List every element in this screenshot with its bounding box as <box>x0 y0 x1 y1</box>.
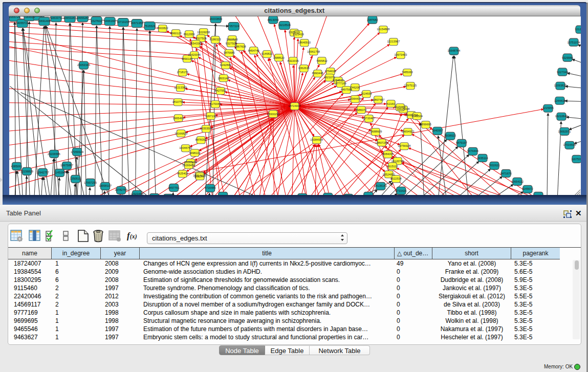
svg-text:19958107: 19958107 <box>99 184 112 187</box>
svg-text:14136141: 14136141 <box>374 184 387 187</box>
svg-text:16543382: 16543382 <box>189 41 202 45</box>
svg-text:1615112: 1615112 <box>387 164 398 167</box>
svg-text:16648784: 16648784 <box>447 49 460 52</box>
svg-text:20053346: 20053346 <box>77 63 90 66</box>
svg-text:1063524: 1063524 <box>33 16 44 17</box>
svg-text:9227343: 9227343 <box>557 70 568 73</box>
svg-text:7986372: 7986372 <box>355 108 366 111</box>
svg-text:9327505: 9327505 <box>195 36 206 39</box>
svg-text:1145194: 1145194 <box>54 170 64 173</box>
svg-text:6794028: 6794028 <box>324 69 336 72</box>
svg-text:15751074: 15751074 <box>567 40 580 43</box>
svg-text:16154808: 16154808 <box>377 27 389 30</box>
svg-text:2935114: 2935114 <box>477 156 488 159</box>
svg-text:62160: 62160 <box>387 102 395 105</box>
svg-text:10653267: 10653267 <box>63 16 76 19</box>
svg-text:9322546: 9322546 <box>226 37 237 40</box>
svg-text:10655287: 10655287 <box>76 16 89 19</box>
svg-text:7625402: 7625402 <box>177 171 188 174</box>
svg-text:19384554: 19384554 <box>310 138 323 141</box>
svg-text:2803144: 2803144 <box>217 76 229 79</box>
svg-text:12156829: 12156829 <box>20 169 33 172</box>
svg-text:19756928: 19756928 <box>398 144 410 147</box>
svg-text:9146821: 9146821 <box>261 52 272 55</box>
svg-text:4385061: 4385061 <box>11 164 22 167</box>
svg-text:9245672: 9245672 <box>522 187 533 190</box>
svg-text:8186323: 8186323 <box>209 37 221 40</box>
svg-text:1063371: 1063371 <box>50 16 61 19</box>
svg-text:12213389: 12213389 <box>174 85 187 89</box>
svg-text:16099451: 16099451 <box>182 163 195 166</box>
svg-text:13524851: 13524851 <box>382 172 395 176</box>
svg-text:8471676: 8471676 <box>500 171 512 174</box>
svg-text:2718170: 2718170 <box>177 70 188 73</box>
svg-text:1640957: 1640957 <box>431 128 443 132</box>
svg-text:1362615: 1362615 <box>298 66 309 69</box>
svg-text:1350515: 1350515 <box>70 177 81 180</box>
svg-text:9777169: 9777169 <box>335 81 346 84</box>
svg-text:8322035: 8322035 <box>287 59 298 62</box>
svg-text:10654112: 10654112 <box>511 180 523 183</box>
svg-text:7955812: 7955812 <box>316 59 327 62</box>
svg-text:12975115: 12975115 <box>404 83 416 86</box>
svg-text:15692971: 15692971 <box>558 129 571 133</box>
svg-text:9115460: 9115460 <box>395 105 405 108</box>
svg-text:17359924: 17359924 <box>71 150 83 153</box>
svg-text:3024554: 3024554 <box>360 92 372 95</box>
svg-text:7663822: 7663822 <box>157 26 168 29</box>
svg-text:10807487: 10807487 <box>372 98 384 101</box>
svg-text:12213967: 12213967 <box>387 39 400 42</box>
svg-text:1244415: 1244415 <box>554 99 565 102</box>
svg-text:15720407: 15720407 <box>362 116 375 119</box>
svg-text:6879197: 6879197 <box>456 141 467 144</box>
svg-text:16782759: 16782759 <box>115 188 127 191</box>
svg-text:12093822: 12093822 <box>554 83 567 86</box>
svg-text:20691406: 20691406 <box>38 19 51 22</box>
svg-text:1167533: 1167533 <box>571 157 581 160</box>
svg-text:17016504: 17016504 <box>563 143 576 146</box>
svg-text:19166825: 19166825 <box>175 132 187 135</box>
svg-text:3267130: 3267130 <box>205 114 216 117</box>
svg-text:13226058: 13226058 <box>197 30 210 33</box>
svg-text:7357224: 7357224 <box>228 24 239 27</box>
svg-text:16210643: 16210643 <box>555 114 568 117</box>
svg-text:8427552: 8427552 <box>214 89 226 92</box>
svg-text:9474444: 9474444 <box>467 149 478 152</box>
svg-text:8454749: 8454749 <box>248 49 259 52</box>
svg-text:1733426: 1733426 <box>395 189 406 192</box>
svg-text:19218506: 19218506 <box>278 23 291 26</box>
svg-text:8990448: 8990448 <box>312 71 323 74</box>
svg-text:5938923: 5938923 <box>444 134 455 137</box>
svg-text:22420046: 22420046 <box>188 53 201 56</box>
svg-text:7632621: 7632621 <box>489 163 500 166</box>
svg-text:13353594: 13353594 <box>200 126 212 129</box>
svg-text:1588520: 1588520 <box>273 56 284 59</box>
svg-text:8170043: 8170043 <box>209 102 221 105</box>
svg-text:20206586: 20206586 <box>48 152 60 155</box>
svg-text:18724007: 18724007 <box>288 104 301 107</box>
svg-text:1965493: 1965493 <box>172 116 184 119</box>
svg-text:6899695: 6899695 <box>420 122 431 125</box>
svg-text:7485063: 7485063 <box>401 70 412 73</box>
svg-text:5716485: 5716485 <box>204 186 215 189</box>
svg-text:20364436: 20364436 <box>349 97 361 100</box>
svg-text:2055724: 2055724 <box>9 16 20 18</box>
svg-text:10719155: 10719155 <box>117 20 129 23</box>
svg-text:9890145: 9890145 <box>181 57 192 60</box>
svg-text:12942757: 12942757 <box>36 170 49 173</box>
svg-text:19975887: 19975887 <box>60 163 73 166</box>
svg-text:9329966: 9329966 <box>562 56 573 59</box>
svg-text:9242845: 9242845 <box>220 63 231 66</box>
svg-text:16961758: 16961758 <box>307 50 320 53</box>
svg-text:1212474: 1212474 <box>575 27 581 30</box>
svg-text:6466160: 6466160 <box>104 19 115 22</box>
svg-text:8960123: 8960123 <box>170 31 181 34</box>
svg-text:7515526: 7515526 <box>144 24 155 27</box>
svg-text:10688609: 10688609 <box>369 129 382 133</box>
svg-text:746206: 746206 <box>350 85 360 89</box>
svg-text:8878352: 8878352 <box>195 138 206 141</box>
svg-text:16033809: 16033809 <box>209 17 222 20</box>
svg-text:16120746: 16120746 <box>391 159 404 162</box>
svg-text:10046756: 10046756 <box>179 146 192 149</box>
svg-text:9084067: 9084067 <box>382 152 393 155</box>
